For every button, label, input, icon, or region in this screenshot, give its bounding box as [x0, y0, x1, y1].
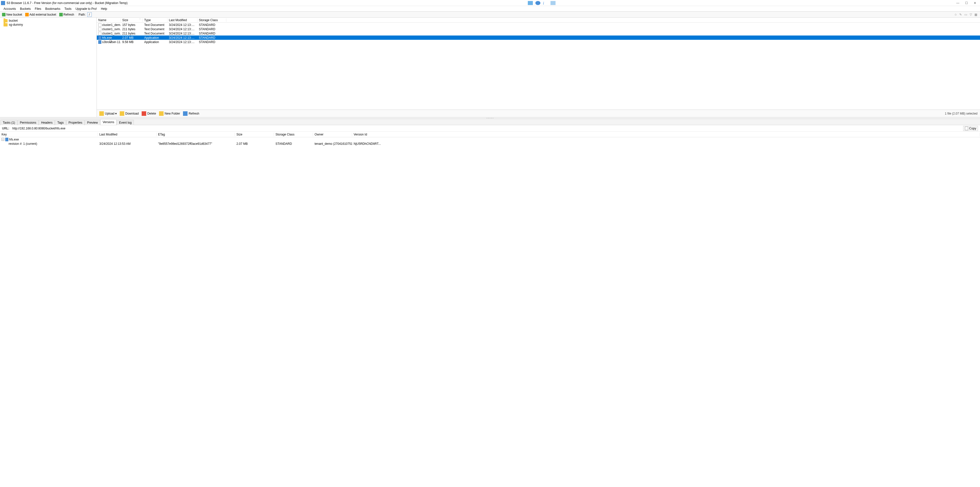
vcol-modified[interactable]: Last Modified: [98, 133, 156, 136]
vcol-storage[interactable]: Storage Class: [274, 133, 313, 136]
delete-button[interactable]: Delete: [140, 110, 158, 117]
column-name[interactable]: Name: [97, 18, 121, 22]
file-name: s3browser-11...: [102, 40, 121, 44]
filter-icon[interactable]: ▽: [969, 13, 972, 16]
document-file-icon: [98, 23, 101, 27]
new-bucket-button[interactable]: New bucket: [0, 11, 24, 17]
file-row[interactable]: cluster1_svm...211 bytesText Document3/2…: [97, 27, 980, 31]
file-name: cluster1_svm...: [102, 32, 121, 35]
tab-headers[interactable]: Headers: [39, 120, 55, 125]
dropdown-arrow-icon: ▾: [115, 112, 117, 115]
path-label: Path:: [79, 13, 86, 16]
vcol-size[interactable]: Size: [235, 133, 274, 136]
refresh-icon: [59, 13, 63, 16]
download-button[interactable]: Download: [118, 110, 140, 117]
file-type: Text Document: [143, 32, 167, 35]
copy-button[interactable]: Copy: [963, 126, 978, 131]
url-label: URL:: [2, 127, 10, 130]
menu-bookmarks[interactable]: Bookmarks: [43, 7, 62, 11]
bucket-tree: bucket sg-dummy: [0, 17, 97, 117]
file-size: 211 bytes: [121, 27, 143, 31]
file-storage: STANDARD: [197, 40, 226, 44]
file-type: Application: [143, 36, 167, 40]
file-name: hfs.exe: [102, 36, 112, 40]
tab-versions[interactable]: Versions: [100, 119, 116, 125]
vcol-key[interactable]: Key: [0, 133, 98, 136]
menu-help[interactable]: Help: [99, 7, 109, 11]
star-icon[interactable]: ☆: [954, 13, 957, 16]
upload-icon: [99, 111, 104, 116]
tab-tags[interactable]: Tags: [55, 120, 66, 125]
refresh-files-button[interactable]: Refresh: [181, 110, 200, 117]
versions-root-name: hfs.exe: [9, 138, 19, 141]
add-external-bucket-button[interactable]: Add external bucket: [24, 11, 58, 17]
tab-tasks-[interactable]: Tasks (1): [0, 120, 18, 125]
close-button[interactable]: ✕: [973, 1, 977, 5]
file-row[interactable]: hfs.exe2.07 MBApplication3/24/2024 12:13…: [97, 35, 980, 40]
bottom-tabs: Tasks (1)PermissionsHeadersTagsPropertie…: [0, 119, 980, 125]
file-modified: 3/24/2024 12:13:53 AM: [167, 40, 197, 44]
progress-icon[interactable]: [550, 1, 555, 5]
tab-properties[interactable]: Properties: [66, 120, 85, 125]
url-bar: URL: http://192.168.0.80:8080/bucket/hfs…: [0, 125, 980, 132]
file-size: 2.07 MB: [121, 36, 143, 40]
card-icon[interactable]: ▭: [964, 13, 967, 16]
path-input[interactable]: /: [87, 12, 92, 17]
cloud-icon[interactable]: [535, 1, 541, 5]
keyboard-icon[interactable]: [528, 1, 533, 5]
tree-item-sg-dummy[interactable]: sg-dummy: [0, 23, 97, 27]
menu-tools[interactable]: Tools: [62, 7, 73, 11]
document-file-icon: [98, 32, 101, 35]
minimize-button[interactable]: —: [956, 1, 960, 5]
new-folder-button[interactable]: New Folder: [158, 110, 181, 117]
file-list: cluster1_dem...157 bytesText Document3/2…: [97, 23, 980, 109]
file-row[interactable]: cluster1_dem...157 bytesText Document3/2…: [97, 23, 980, 27]
column-type[interactable]: Type: [143, 18, 167, 22]
file-row[interactable]: cluster1_svm...211 bytesText Document3/2…: [97, 31, 980, 35]
document-file-icon: [98, 27, 101, 31]
selection-status: 1 file (2.07 MB) selected: [945, 112, 979, 115]
vcol-owner[interactable]: Owner: [313, 133, 352, 136]
tree-item-label: bucket: [9, 19, 18, 22]
grid-icon[interactable]: ▦: [974, 13, 977, 16]
file-size: 9.58 MB: [121, 40, 143, 44]
refresh-icon: [183, 111, 188, 116]
tree-item-bucket[interactable]: bucket: [0, 19, 97, 23]
plus-icon: [2, 13, 6, 16]
file-storage: STANDARD: [197, 32, 226, 35]
sort-indicator-icon: ⌃: [139, 18, 141, 22]
vcol-etag[interactable]: ETag: [156, 133, 235, 136]
version-row[interactable]: revision #: 1 (current) 3/24/2024 12:13:…: [0, 141, 980, 146]
versions-root-row[interactable]: −hfs.exe: [0, 137, 980, 141]
info-icon[interactable]: i: [543, 1, 548, 5]
upload-button[interactable]: Upload ▾: [98, 110, 118, 117]
column-modified[interactable]: Last Modified: [167, 18, 197, 22]
folder-icon: [3, 19, 8, 22]
file-type: Text Document: [143, 27, 167, 31]
column-size[interactable]: Size⌃: [121, 18, 143, 22]
delete-icon: [142, 111, 146, 116]
tab-permissions[interactable]: Permissions: [18, 120, 38, 125]
column-storage[interactable]: Storage Class: [197, 18, 226, 22]
vcol-versionid[interactable]: Version Id: [352, 133, 980, 136]
new-bucket-label: New bucket: [6, 13, 22, 16]
external-icon: [25, 13, 29, 16]
maximize-button[interactable]: ☐: [964, 1, 969, 5]
url-value[interactable]: http://192.168.0.80:8080/bucket/hfs.exe: [12, 127, 963, 130]
tree-item-label: sg-dummy: [9, 23, 23, 27]
file-name: cluster1_svm...: [102, 27, 121, 31]
splitter-handle[interactable]: [0, 117, 980, 119]
file-modified: 3/24/2024 12:13:53 AM: [167, 32, 197, 35]
collapse-icon[interactable]: −: [2, 138, 4, 141]
file-row[interactable]: s3browser-11...9.58 MBApplication3/24/20…: [97, 40, 980, 44]
tab-event-log[interactable]: Event log: [117, 120, 134, 125]
tab-preview[interactable]: Preview: [85, 120, 100, 125]
menu-upgrade[interactable]: Upgrade to Pro!: [73, 7, 99, 11]
menu-accounts[interactable]: Accounts: [2, 7, 18, 11]
window-title: S3 Browser 11.6.7 - Free Version (for no…: [6, 1, 127, 5]
menu-buckets[interactable]: Buckets: [18, 7, 33, 11]
pencil-icon[interactable]: ✎: [959, 13, 963, 16]
refresh-button[interactable]: Refresh: [58, 11, 76, 17]
folder-icon: [3, 23, 8, 27]
menu-files[interactable]: Files: [33, 7, 43, 11]
